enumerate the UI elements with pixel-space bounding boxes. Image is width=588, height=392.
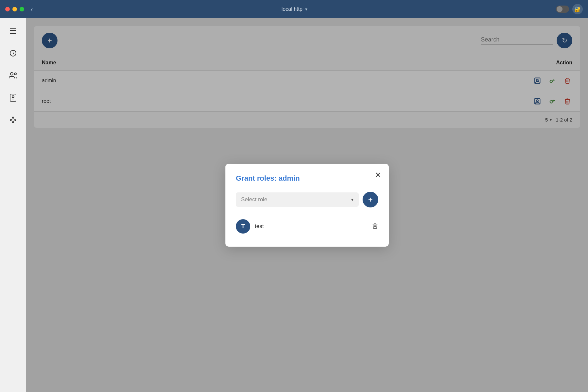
role-avatar: T <box>236 219 250 234</box>
graph-icon <box>9 116 17 126</box>
svg-point-13 <box>15 119 16 121</box>
app-title: local.http <box>282 6 302 12</box>
svg-point-8 <box>12 96 14 98</box>
titlebar-center: local.http ▾ <box>282 6 307 12</box>
sidebar-item-users[interactable] <box>6 69 20 84</box>
select-role-placeholder: Select role <box>241 196 267 203</box>
modal-role-list: T test <box>236 217 378 236</box>
modal-overlay: ✕ Grant roles: admin Select role ▾ + T t… <box>26 18 588 392</box>
select-role-dropdown[interactable]: Select role ▾ <box>236 192 359 207</box>
content-area: + ↻ Name Action admin <box>26 18 588 392</box>
id-badge-icon <box>9 93 17 104</box>
modal-title-user: admin <box>279 174 300 182</box>
delete-role-button[interactable] <box>372 222 378 231</box>
titlebar-left: ‹ <box>5 6 33 13</box>
close-button[interactable] <box>5 7 10 11</box>
avatar-face-icon: 🔐 <box>574 6 581 12</box>
select-role-arrow-icon: ▾ <box>351 197 353 202</box>
back-button[interactable]: ‹ <box>31 6 33 13</box>
main-content: + ↻ Name Action admin <box>0 18 588 392</box>
svg-point-14 <box>12 122 14 123</box>
users-icon <box>9 72 17 81</box>
modal-add-role-button[interactable]: + <box>363 192 378 207</box>
title-dropdown-arrow[interactable]: ▾ <box>305 7 307 12</box>
role-list-item: T test <box>236 217 378 236</box>
grant-roles-modal: ✕ Grant roles: admin Select role ▾ + T t… <box>225 164 389 247</box>
maximize-button[interactable] <box>20 7 24 11</box>
sidebar-item-clock[interactable] <box>6 47 20 61</box>
titlebar-right: 🔐 <box>556 4 583 14</box>
sidebar-item-badge[interactable] <box>6 91 20 106</box>
sidebar <box>0 18 26 392</box>
clock-icon <box>9 49 17 59</box>
modal-title: Grant roles: admin <box>236 174 378 183</box>
svg-point-11 <box>10 119 11 121</box>
modal-close-button[interactable]: ✕ <box>375 172 381 179</box>
svg-point-6 <box>14 73 16 75</box>
modal-select-row: Select role ▾ + <box>236 192 378 207</box>
traffic-lights <box>5 7 24 11</box>
svg-point-12 <box>12 117 14 118</box>
user-avatar-icon[interactable]: 🔐 <box>572 4 583 14</box>
titlebar: ‹ local.http ▾ 🔐 <box>0 0 588 18</box>
theme-toggle[interactable] <box>556 6 569 13</box>
svg-point-5 <box>10 73 13 75</box>
role-name: test <box>255 223 367 230</box>
minimize-button[interactable] <box>12 7 17 11</box>
sidebar-item-graph[interactable] <box>6 114 20 128</box>
list-icon <box>9 27 17 37</box>
sidebar-item-list[interactable] <box>6 25 20 39</box>
